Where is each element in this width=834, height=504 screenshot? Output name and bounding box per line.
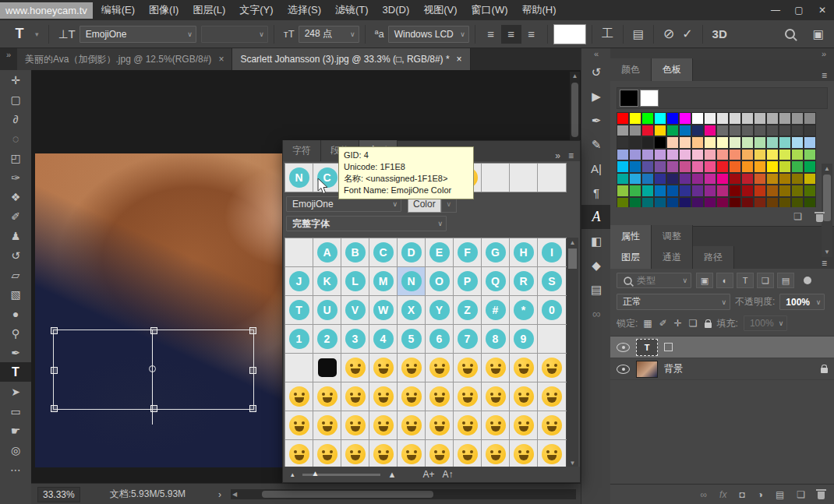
tab-properties[interactable]: 属性 (610, 225, 652, 248)
scrollbar-thumb[interactable] (571, 83, 578, 137)
glyph-cell[interactable]: * (510, 296, 538, 324)
swatch[interactable] (716, 149, 729, 161)
swatch[interactable] (679, 112, 691, 125)
add-layer-mask-icon[interactable]: ◘ (739, 489, 744, 500)
new-swatch-icon[interactable]: ❏ (793, 211, 802, 222)
swatch[interactable] (679, 173, 691, 185)
handle-middle-right[interactable] (249, 367, 256, 374)
font-size-select[interactable]: 248 点∨ (299, 26, 359, 43)
swatch[interactable] (741, 160, 754, 173)
lock-all-icon[interactable] (705, 322, 712, 328)
commit-edits-icon[interactable]: ✓ (682, 26, 692, 41)
swatch[interactable] (629, 136, 641, 149)
warp-text-icon[interactable]: 工 (602, 26, 613, 41)
align-right-button[interactable]: ≡ (521, 25, 542, 44)
swatch[interactable] (779, 185, 791, 197)
glyph-cell[interactable]: U (313, 296, 341, 324)
cancel-edits-icon[interactable]: ⊘ (663, 26, 674, 42)
glyph-cell[interactable]: I (538, 238, 566, 266)
swatch[interactable] (666, 185, 679, 197)
swatch[interactable] (754, 173, 766, 185)
delete-swatch-icon[interactable] (816, 214, 823, 222)
swatch[interactable] (716, 136, 729, 149)
layer-style-icon[interactable]: fx (719, 489, 726, 500)
swatch[interactable] (729, 112, 741, 125)
glyph-cell[interactable] (538, 164, 566, 192)
document-tab-2[interactable]: Scarlett Johansson (3).jpg @ 33.3% (□, R… (232, 48, 470, 70)
swatch[interactable] (791, 112, 804, 125)
swatch[interactable] (716, 197, 729, 208)
swatch[interactable] (666, 160, 679, 173)
linked-assets-panel-icon[interactable]: ∞ (581, 301, 611, 326)
swatch[interactable] (704, 136, 716, 149)
scroll-up-icon[interactable]: ▲ (567, 238, 578, 248)
filter-smart-objects-icon[interactable]: ▤ (777, 273, 794, 288)
glyph-size-slider[interactable]: ▲ (302, 474, 380, 476)
glyph-cell[interactable] (538, 411, 566, 439)
swatch[interactable] (766, 197, 779, 208)
swatch[interactable] (804, 197, 816, 208)
document-tab-1[interactable]: 美丽的Ava（加倒影）.jpg @ 12.5%(RGB/8#)× (17, 48, 232, 70)
glyph-cell[interactable] (426, 354, 454, 382)
swatch[interactable] (729, 173, 741, 185)
glyph-cell[interactable] (285, 440, 313, 468)
glyph-cell[interactable]: R (510, 267, 538, 295)
paragraph-panel-icon[interactable]: ¶ (581, 181, 611, 205)
handle-middle-left[interactable] (51, 367, 58, 374)
swatch[interactable] (679, 160, 691, 173)
glyph-cell[interactable] (482, 440, 510, 468)
visibility-eye-icon[interactable] (617, 343, 630, 352)
glyph-cell[interactable] (538, 325, 566, 353)
swatch[interactable] (679, 185, 691, 197)
swatch[interactable] (654, 136, 666, 149)
3d-mode-button[interactable]: 3D (712, 27, 727, 41)
menu-item-帮助[interactable]: 帮助(H) (515, 4, 564, 16)
glyph-cell[interactable]: 9 (510, 325, 538, 353)
lasso-tool[interactable]: ∂ (0, 109, 31, 129)
menu-item-选择[interactable]: 选择(S) (281, 4, 328, 16)
font-style-select[interactable]: ∨ (201, 26, 268, 43)
swatch[interactable] (729, 160, 741, 173)
handle-bottom-left[interactable] (51, 405, 58, 412)
scrollbar-thumb[interactable] (823, 174, 831, 221)
handle-top-center[interactable] (150, 327, 157, 334)
swatch[interactable] (716, 112, 729, 125)
glyph-cell[interactable]: 1 (285, 325, 313, 353)
swatch[interactable] (666, 125, 679, 137)
scroll-up-icon[interactable]: ▲ (822, 164, 832, 174)
more-tools[interactable]: ⋯ (0, 460, 31, 479)
close-button[interactable]: ✕ (811, 0, 834, 20)
filter-adjustment-layers-icon[interactable]: ◐ (716, 273, 733, 288)
glyph-cell[interactable]: M (369, 267, 398, 295)
tab-color[interactable]: 颜色 (610, 58, 652, 81)
clone-stamp-tool[interactable]: ♟ (0, 226, 31, 245)
handle-bottom-center[interactable] (150, 405, 157, 412)
swatch[interactable] (654, 173, 666, 185)
tool-preset-chevron-icon[interactable]: ▾ (35, 30, 39, 38)
brush-settings-panel-icon[interactable]: ✎ (581, 132, 611, 157)
toggle-panels-icon[interactable]: ▤ (633, 27, 644, 41)
swatch[interactable] (691, 136, 704, 149)
glyph-cell[interactable] (285, 354, 313, 382)
swatch[interactable] (654, 149, 666, 161)
font-family-select[interactable]: EmojiOne∨ (80, 26, 196, 43)
font-size-smaller-icon[interactable]: A+ (422, 469, 434, 480)
lock-position-icon[interactable]: ✛ (674, 318, 682, 329)
swatch[interactable] (629, 185, 641, 197)
glyph-cell[interactable] (341, 354, 369, 382)
swatch[interactable] (629, 112, 641, 125)
swatch[interactable] (654, 185, 666, 197)
glyphs-panel-icon[interactable]: A (581, 205, 611, 229)
glyph-cell[interactable]: 0 (538, 296, 566, 324)
history-panel-icon[interactable]: ↺ (581, 60, 611, 84)
brushes-panel-icon[interactable]: ✒ (581, 108, 611, 132)
status-popup-icon[interactable]: › (218, 489, 221, 500)
type-tool[interactable]: T (0, 362, 31, 382)
swatch[interactable] (641, 136, 654, 149)
swatch[interactable] (691, 149, 704, 161)
swatch[interactable] (654, 125, 666, 137)
swatch[interactable] (754, 125, 766, 137)
swatch[interactable] (779, 197, 791, 208)
swatch[interactable] (804, 125, 816, 137)
menu-item-图层[interactable]: 图层(L) (186, 4, 232, 16)
